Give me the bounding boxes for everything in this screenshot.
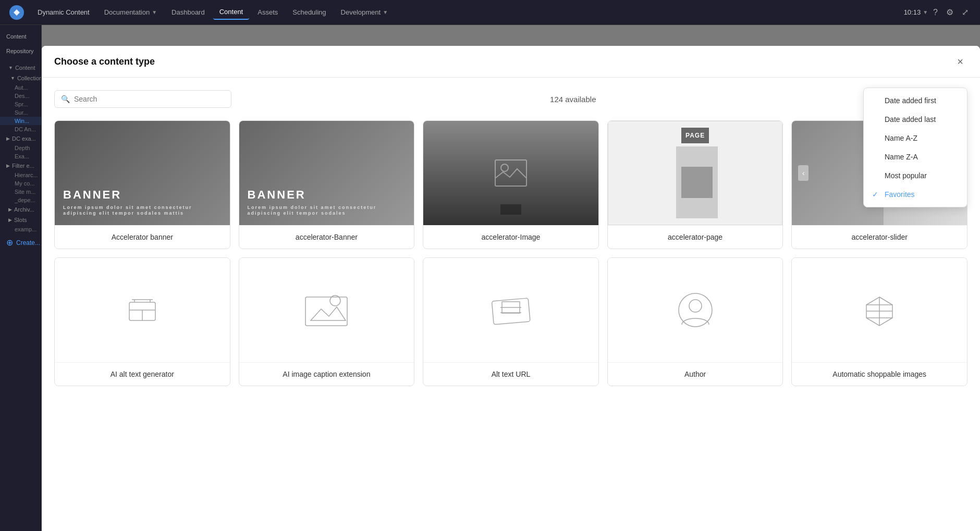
modal-overlay: Choose a content type × 🔍 124 available …: [42, 25, 980, 531]
card-preview-alt-url: [423, 258, 598, 362]
nav-assets[interactable]: Assets: [251, 5, 284, 19]
sort-option-name-za[interactable]: Name Z-A: [864, 147, 967, 166]
archiv-chevron-icon: ▶: [8, 207, 12, 212]
sidebar-item-repository[interactable]: Repository: [0, 44, 41, 58]
modal-title: Choose a content type: [54, 56, 155, 67]
sort-option-name-az[interactable]: Name A-Z: [864, 129, 967, 147]
sidebar-item-win[interactable]: Win...: [0, 117, 41, 125]
card-preview-banner1: BANNER Lorem ipsum dolor sit amet consec…: [55, 121, 230, 225]
content-grid-row2: AI alt text generator AI image caption: [54, 257, 967, 386]
sort-menu: Date added first Date added last Name A-…: [863, 88, 967, 207]
sidebar-group-dcexa[interactable]: ▶ DC exa...: [0, 133, 41, 144]
nav-documentation[interactable]: Documentation ▼: [98, 5, 163, 19]
top-navigation: Dynamic Content Documentation ▼ Dashboar…: [0, 0, 980, 25]
sidebar-item-depth[interactable]: Depth: [0, 144, 41, 152]
search-box[interactable]: 🔍: [54, 90, 231, 108]
sidebar-group-filter[interactable]: ▶ Filter e...: [0, 160, 41, 171]
sidebar-group-content[interactable]: ▼ Content: [0, 63, 41, 73]
card-label-accelerator-image: accelerator-Image: [423, 225, 598, 249]
sidebar-item-hierarc[interactable]: Hierarc...: [0, 171, 41, 179]
card-ai-alt-text[interactable]: AI alt text generator: [54, 257, 230, 386]
card-label-accelerator-slider: accelerator-slider: [792, 225, 967, 249]
sidebar: Content Repository ▼ Content ▼ Collectio…: [0, 25, 42, 531]
search-input[interactable]: [74, 95, 225, 103]
modal-close-button[interactable]: ×: [953, 54, 967, 69]
nav-scheduling[interactable]: Scheduling: [286, 5, 332, 19]
app-title: Dynamic Content: [31, 5, 96, 19]
svg-point-2: [501, 164, 508, 171]
nav-content[interactable]: Content: [213, 5, 250, 20]
card-accelerator-banner[interactable]: BANNER Lorem ipsum dolor sit amet consec…: [54, 120, 230, 249]
card-preview-ai-alt: [55, 258, 230, 362]
card-label-ai-alt-text: AI alt text generator: [55, 362, 230, 386]
content-grid-row1: BANNER Lorem ipsum dolor sit amet consec…: [54, 120, 967, 249]
sidebar-group-archiv[interactable]: ▶ Archiv...: [0, 204, 41, 215]
card-accelerator-page[interactable]: PAGE: [607, 120, 783, 249]
sidebar-item-example[interactable]: examp...: [0, 225, 41, 233]
svg-rect-10: [305, 297, 347, 326]
card-accelerator-image[interactable]: accelerator-Image: [423, 120, 599, 249]
dcexa-chevron-icon: ▶: [6, 136, 10, 141]
nav-dashboard[interactable]: Dashboard: [165, 5, 211, 19]
card-alt-text-url[interactable]: Alt text URL: [423, 257, 599, 386]
card-ai-image-caption[interactable]: AI image caption extension: [239, 257, 415, 386]
filter-chevron-icon: ▶: [6, 163, 10, 168]
app-logo: [8, 4, 25, 21]
sidebar-item-myco[interactable]: My co...: [0, 179, 41, 188]
collections-chevron-icon: ▼: [10, 76, 15, 81]
sidebar-item-sitem[interactable]: Site m...: [0, 188, 41, 196]
card-label-accelerator-banner2: accelerator-Banner: [239, 225, 414, 249]
main-content-area: Choose a content type × 🔍 124 available …: [42, 25, 980, 531]
sort-option-date-added-first[interactable]: Date added first: [864, 91, 967, 110]
sidebar-item-aut[interactable]: Aut...: [0, 83, 41, 92]
available-count: 124 available: [550, 95, 596, 104]
nav-development-arrow: ▼: [383, 9, 388, 15]
sidebar-item-dcan[interactable]: DC An...: [0, 125, 41, 133]
help-icon[interactable]: ?: [930, 5, 941, 20]
content-type-modal: Choose a content type × 🔍 124 available …: [42, 46, 980, 531]
create-plus-icon: ⊕: [6, 238, 13, 248]
card-accelerator-banner2[interactable]: BANNER Lorem ipsum dolor sit amet consec…: [239, 120, 415, 249]
card-label-auto-shoppable: Automatic shoppable images: [792, 362, 967, 386]
card-author[interactable]: Author: [607, 257, 783, 386]
sidebar-group-collections[interactable]: ▼ Collections: [0, 73, 41, 83]
create-button[interactable]: ⊕ Create...: [0, 233, 41, 252]
sort-checkmark-icon: ✓: [872, 190, 880, 199]
card-label-ai-image-caption: AI image caption extension: [239, 362, 414, 386]
card-label-author: Author: [608, 362, 783, 386]
slots-chevron-icon: ▶: [8, 217, 12, 223]
sort-option-date-added-last[interactable]: Date added last: [864, 110, 967, 129]
clock-chevron: ▼: [923, 9, 928, 15]
sidebar-item-des[interactable]: Des...: [0, 92, 41, 100]
svg-point-16: [689, 300, 702, 312]
sidebar-group-slots[interactable]: ▶ Slots: [0, 215, 41, 225]
expand-icon[interactable]: ⤢: [959, 4, 972, 20]
content-chevron-icon: ▼: [8, 65, 13, 70]
card-preview-image: [423, 121, 598, 225]
modal-body: 🔍 124 available Favorites ▼: [42, 78, 980, 531]
sidebar-item-sur[interactable]: Sur...: [0, 108, 41, 117]
card-label-accelerator-page: accelerator-page: [608, 225, 783, 249]
search-icon: 🔍: [61, 95, 70, 103]
card-label-alt-text-url: Alt text URL: [423, 362, 598, 386]
card-preview-ai-caption: [239, 258, 414, 362]
card-preview-page: PAGE: [608, 121, 783, 225]
nav-documentation-arrow: ▼: [152, 9, 157, 15]
card-preview-banner2: BANNER Lorem ipsum dolor sit amet consec…: [239, 121, 414, 225]
settings-icon[interactable]: ⚙: [943, 4, 957, 20]
modal-header: Choose a content type ×: [42, 46, 980, 78]
sidebar-item-content[interactable]: Content: [0, 29, 41, 44]
sort-option-favorites[interactable]: ✓ Favorites: [864, 185, 967, 204]
card-preview-author: [608, 258, 783, 362]
card-auto-shoppable[interactable]: Automatic shoppable images: [791, 257, 967, 386]
nav-development[interactable]: Development ▼: [335, 5, 395, 19]
card-label-accelerator-banner: Accelerator banner: [55, 225, 230, 249]
sidebar-item-depe[interactable]: _depe...: [0, 196, 41, 204]
clock-display: 10:13 ▼: [904, 8, 928, 16]
sidebar-item-spr[interactable]: Spr...: [0, 100, 41, 108]
sort-option-most-popular[interactable]: Most popular: [864, 166, 967, 185]
modal-toolbar: 🔍 124 available Favorites ▼: [54, 90, 967, 108]
card-preview-auto-shoppable: [792, 258, 967, 362]
sidebar-item-exa[interactable]: Exa...: [0, 152, 41, 160]
